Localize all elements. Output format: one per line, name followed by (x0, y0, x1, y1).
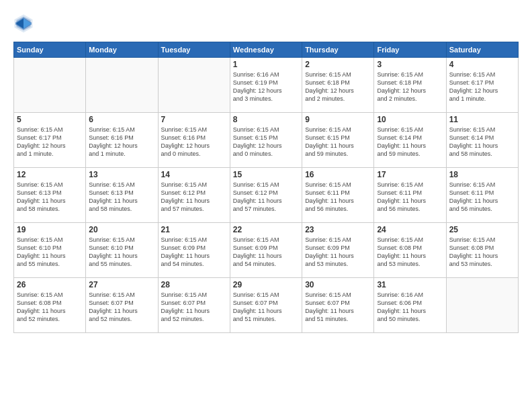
day-info-line: Daylight: 12 hours (89, 142, 138, 149)
calendar-cell (446, 278, 518, 333)
day-info-line: and 58 minutes. (89, 205, 132, 212)
calendar-cell (14, 58, 86, 113)
logo-icon (13, 13, 34, 34)
weekday-header-saturday: Saturday (446, 42, 518, 58)
day-number: 29 (233, 280, 299, 289)
day-number: 13 (89, 170, 154, 179)
calendar-week-4: 19Sunrise: 6:15 AMSunset: 6:10 PMDayligh… (14, 223, 519, 278)
day-info: Sunrise: 6:15 AMSunset: 6:15 PMDaylight:… (233, 126, 299, 158)
calendar-cell: 5Sunrise: 6:15 AMSunset: 6:17 PMDaylight… (14, 113, 86, 168)
calendar-week-1: 1Sunrise: 6:16 AMSunset: 6:19 PMDaylight… (14, 58, 519, 113)
day-number: 5 (17, 115, 83, 124)
day-info: Sunrise: 6:15 AMSunset: 6:11 PMDaylight:… (305, 181, 371, 214)
day-number: 31 (377, 280, 443, 289)
day-info-line: and 52 minutes. (89, 316, 132, 322)
day-info-line: and 1 minute. (89, 150, 126, 157)
weekday-header-wednesday: Wednesday (230, 42, 302, 58)
header (13, 13, 519, 34)
day-info-line: Sunrise: 6:15 AM (161, 126, 208, 133)
day-info: Sunrise: 6:15 AMSunset: 6:09 PMDaylight:… (233, 236, 299, 269)
day-info-line: Sunrise: 6:15 AM (377, 126, 423, 133)
calendar-cell: 17Sunrise: 6:15 AMSunset: 6:11 PMDayligh… (374, 168, 446, 223)
calendar-cell: 11Sunrise: 6:15 AMSunset: 6:14 PMDayligh… (446, 113, 518, 168)
day-number: 12 (17, 170, 83, 179)
day-info: Sunrise: 6:15 AMSunset: 6:12 PMDaylight:… (233, 181, 299, 214)
day-info: Sunrise: 6:15 AMSunset: 6:13 PMDaylight:… (17, 181, 83, 214)
day-info: Sunrise: 6:15 AMSunset: 6:11 PMDaylight:… (449, 181, 515, 214)
day-info-line: and 57 minutes. (161, 205, 204, 212)
day-info-line: Sunset: 6:07 PM (305, 300, 350, 306)
day-info: Sunrise: 6:15 AMSunset: 6:09 PMDaylight:… (305, 236, 371, 269)
day-info-line: and 52 minutes. (161, 316, 204, 322)
day-info-line: and 1 minute. (17, 150, 54, 157)
page: SundayMondayTuesdayWednesdayThursdayFrid… (0, 0, 532, 411)
day-info-line: and 55 minutes. (17, 261, 60, 267)
day-info-line: Sunrise: 6:15 AM (449, 71, 496, 78)
calendar-cell (158, 58, 230, 113)
day-info-line: Sunset: 6:17 PM (17, 134, 62, 141)
day-info: Sunrise: 6:15 AMSunset: 6:18 PMDaylight:… (305, 71, 371, 103)
day-info-line: Sunset: 6:10 PM (17, 244, 62, 251)
day-info-line: Daylight: 11 hours (305, 197, 354, 204)
day-info-line: Sunset: 6:11 PM (449, 189, 494, 196)
day-info-line: Sunset: 6:13 PM (17, 189, 62, 196)
day-info-line: Sunrise: 6:15 AM (233, 236, 279, 243)
day-info-line: Sunset: 6:18 PM (377, 79, 422, 86)
calendar-cell: 7Sunrise: 6:15 AMSunset: 6:16 PMDaylight… (158, 113, 230, 168)
weekday-header-sunday: Sunday (14, 42, 86, 58)
calendar-cell: 19Sunrise: 6:15 AMSunset: 6:10 PMDayligh… (14, 223, 86, 278)
day-info-line: and 56 minutes. (377, 205, 420, 212)
day-info-line: Sunset: 6:13 PM (89, 189, 134, 196)
day-info-line: Daylight: 11 hours (377, 253, 426, 259)
day-info-line: Sunrise: 6:16 AM (233, 71, 279, 78)
day-info: Sunrise: 6:16 AMSunset: 6:06 PMDaylight:… (377, 291, 443, 324)
day-info-line: Daylight: 11 hours (161, 308, 210, 314)
day-info-line: Sunset: 6:06 PM (377, 300, 422, 306)
day-info: Sunrise: 6:15 AMSunset: 6:07 PMDaylight:… (233, 291, 299, 324)
calendar-cell: 22Sunrise: 6:15 AMSunset: 6:09 PMDayligh… (230, 223, 302, 278)
day-info-line: Sunset: 6:08 PM (17, 300, 62, 306)
day-info-line: Daylight: 11 hours (305, 142, 354, 149)
day-info-line: and 50 minutes. (377, 316, 420, 322)
day-info-line: and 53 minutes. (377, 261, 420, 267)
day-info-line: Sunset: 6:17 PM (449, 79, 494, 86)
day-info: Sunrise: 6:15 AMSunset: 6:12 PMDaylight:… (161, 181, 227, 214)
day-info-line: Sunset: 6:09 PM (233, 244, 278, 251)
day-info-line: Sunrise: 6:15 AM (449, 236, 496, 243)
day-info: Sunrise: 6:15 AMSunset: 6:08 PMDaylight:… (377, 236, 443, 269)
day-info-line: Sunrise: 6:15 AM (377, 181, 423, 188)
calendar-cell: 13Sunrise: 6:15 AMSunset: 6:13 PMDayligh… (86, 168, 158, 223)
day-info-line: Daylight: 11 hours (233, 197, 282, 204)
day-info-line: Sunrise: 6:15 AM (17, 181, 63, 188)
day-info-line: Sunset: 6:11 PM (377, 189, 422, 196)
day-info-line: Daylight: 11 hours (17, 197, 66, 204)
day-number: 8 (233, 115, 299, 124)
day-info-line: Sunset: 6:12 PM (161, 189, 206, 196)
day-info-line: Sunrise: 6:15 AM (305, 291, 351, 298)
logo (13, 13, 36, 34)
day-info-line: Daylight: 11 hours (233, 253, 282, 259)
day-info-line: Daylight: 11 hours (17, 308, 66, 314)
day-info-line: Sunrise: 6:15 AM (161, 291, 208, 298)
calendar-cell: 1Sunrise: 6:16 AMSunset: 6:19 PMDaylight… (230, 58, 302, 113)
day-info-line: Daylight: 12 hours (233, 142, 282, 149)
calendar-week-5: 26Sunrise: 6:15 AMSunset: 6:08 PMDayligh… (14, 278, 519, 333)
weekday-header-friday: Friday (374, 42, 446, 58)
day-info-line: Sunset: 6:19 PM (233, 79, 278, 86)
calendar-cell: 8Sunrise: 6:15 AMSunset: 6:15 PMDaylight… (230, 113, 302, 168)
day-info-line: Daylight: 11 hours (377, 142, 426, 149)
day-info: Sunrise: 6:15 AMSunset: 6:14 PMDaylight:… (377, 126, 443, 158)
calendar-cell: 23Sunrise: 6:15 AMSunset: 6:09 PMDayligh… (302, 223, 374, 278)
calendar-cell: 10Sunrise: 6:15 AMSunset: 6:14 PMDayligh… (374, 113, 446, 168)
day-number: 22 (233, 225, 299, 234)
day-info-line: Daylight: 11 hours (305, 253, 354, 259)
day-info-line: Sunrise: 6:15 AM (161, 236, 208, 243)
day-number: 16 (305, 170, 371, 179)
calendar-cell: 9Sunrise: 6:15 AMSunset: 6:15 PMDaylight… (302, 113, 374, 168)
calendar-cell: 12Sunrise: 6:15 AMSunset: 6:13 PMDayligh… (14, 168, 86, 223)
calendar-week-2: 5Sunrise: 6:15 AMSunset: 6:17 PMDaylight… (14, 113, 519, 168)
day-info-line: and 0 minutes. (233, 150, 273, 157)
weekday-header-thursday: Thursday (302, 42, 374, 58)
day-number: 15 (233, 170, 299, 179)
day-info-line: Sunrise: 6:15 AM (89, 236, 135, 243)
